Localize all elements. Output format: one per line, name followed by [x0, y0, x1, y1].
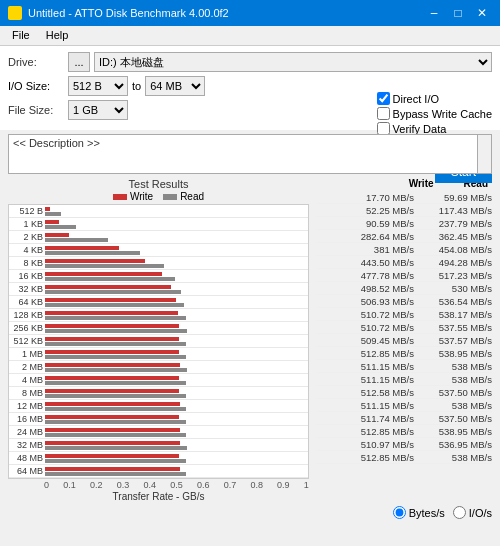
drive-select[interactable]: ID:) 本地磁盘: [94, 52, 492, 72]
x-axis-tick: 0.6: [197, 480, 210, 490]
bar-group: [45, 400, 308, 412]
bar-label: 1 MB: [9, 349, 45, 359]
write-legend-color: [113, 194, 127, 200]
result-write-value: 282.64 MB/s: [342, 231, 414, 242]
drive-row: Drive: ... ID:) 本地磁盘: [8, 52, 492, 72]
chart-area: Test Results Write Read 512 B1 KB2 KB4 K…: [8, 178, 492, 502]
write-bar: [45, 285, 171, 289]
result-read-value: 537.50 MB/s: [420, 413, 492, 424]
result-row: 511.15 MB/s538 MB/s: [317, 399, 492, 412]
menu-help[interactable]: Help: [42, 28, 73, 43]
write-bar: [45, 363, 180, 367]
direct-io-checkbox[interactable]: [377, 92, 390, 105]
result-read-value: 538 MB/s: [420, 452, 492, 463]
browse-button[interactable]: ...: [68, 52, 90, 72]
results-table: 17.70 MB/s59.69 MB/s52.25 MB/s117.43 MB/…: [317, 191, 492, 464]
result-write-value: 506.93 MB/s: [342, 296, 414, 307]
bar-row: 1 MB: [9, 348, 308, 361]
bar-label: 16 MB: [9, 414, 45, 424]
read-bar: [45, 342, 186, 346]
minimize-button[interactable]: –: [424, 4, 444, 22]
bypass-write-cache-checkbox[interactable]: [377, 107, 390, 120]
read-bar: [45, 251, 140, 255]
write-bar: [45, 415, 179, 419]
result-read-value: 454.08 MB/s: [420, 244, 492, 255]
bar-row: 12 MB: [9, 400, 308, 413]
write-bar: [45, 350, 179, 354]
result-row: 498.52 MB/s530 MB/s: [317, 282, 492, 295]
result-row: 17.70 MB/s59.69 MB/s: [317, 191, 492, 204]
write-bar: [45, 298, 176, 302]
bar-group: [45, 309, 308, 321]
result-row: 510.97 MB/s536.95 MB/s: [317, 438, 492, 451]
bar-row: 8 KB: [9, 257, 308, 270]
bar-group: [45, 283, 308, 295]
io-size-label: I/O Size:: [8, 80, 68, 92]
bar-group: [45, 465, 308, 477]
bar-label: 8 MB: [9, 388, 45, 398]
read-bar: [45, 407, 186, 411]
window-title: Untitled - ATTO Disk Benchmark 4.00.0f2: [28, 7, 229, 19]
result-write-value: 511.15 MB/s: [342, 400, 414, 411]
read-bar: [45, 264, 164, 268]
result-read-value: 538.95 MB/s: [420, 426, 492, 437]
result-write-value: 511.74 MB/s: [342, 413, 414, 424]
result-write-value: 52.25 MB/s: [342, 205, 414, 216]
desc-scrollbar[interactable]: [477, 135, 491, 173]
maximize-button[interactable]: □: [448, 4, 468, 22]
result-read-value: 538 MB/s: [420, 374, 492, 385]
bar-group: [45, 348, 308, 360]
io-from-select[interactable]: 512 B: [68, 76, 128, 96]
results-section: Write Read 17.70 MB/s59.69 MB/s52.25 MB/…: [317, 178, 492, 502]
file-size-select[interactable]: 1 GB: [68, 100, 128, 120]
bar-label: 512 KB: [9, 336, 45, 346]
io-end-select[interactable]: 64 MB: [145, 76, 205, 96]
write-bar: [45, 428, 180, 432]
x-axis-tick: 0.5: [170, 480, 183, 490]
bytes-radio-item: Bytes/s: [393, 506, 445, 519]
result-write-value: 510.72 MB/s: [342, 322, 414, 333]
file-size-label: File Size:: [8, 104, 68, 116]
write-bar: [45, 272, 162, 276]
result-row: 509.45 MB/s537.57 MB/s: [317, 334, 492, 347]
result-read-value: 536.95 MB/s: [420, 439, 492, 450]
result-write-value: 509.45 MB/s: [342, 335, 414, 346]
result-write-value: 17.70 MB/s: [342, 192, 414, 203]
bar-row: 32 KB: [9, 283, 308, 296]
bar-group: [45, 335, 308, 347]
result-row: 52.25 MB/s117.43 MB/s: [317, 204, 492, 217]
result-row: 381 MB/s454.08 MB/s: [317, 243, 492, 256]
chart-legend: Write Read: [8, 191, 309, 202]
result-read-value: 59.69 MB/s: [420, 192, 492, 203]
write-bar: [45, 402, 180, 406]
io-radio[interactable]: [453, 506, 466, 519]
bar-label: 128 KB: [9, 310, 45, 320]
verify-data-label: Verify Data: [393, 123, 447, 135]
window-controls: – □ ✕: [424, 4, 492, 22]
read-legend-item: Read: [163, 191, 204, 202]
result-row: 512.85 MB/s538.95 MB/s: [317, 347, 492, 360]
read-bar: [45, 329, 187, 333]
x-axis-tick: 0.1: [63, 480, 76, 490]
result-read-value: 537.50 MB/s: [420, 387, 492, 398]
write-bar: [45, 246, 119, 250]
read-bar: [45, 433, 186, 437]
result-row: 510.72 MB/s538.17 MB/s: [317, 308, 492, 321]
bar-group: [45, 387, 308, 399]
menu-file[interactable]: File: [8, 28, 34, 43]
result-write-value: 512.85 MB/s: [342, 426, 414, 437]
x-axis-tick: 0.9: [277, 480, 290, 490]
test-results-label: Test Results: [8, 178, 309, 190]
bar-group: [45, 452, 308, 464]
result-read-value: 537.57 MB/s: [420, 335, 492, 346]
bar-row: 256 KB: [9, 322, 308, 335]
result-read-value: 538.95 MB/s: [420, 348, 492, 359]
result-read-value: 536.54 MB/s: [420, 296, 492, 307]
result-write-value: 511.15 MB/s: [342, 374, 414, 385]
close-button[interactable]: ✕: [472, 4, 492, 22]
read-bar: [45, 277, 175, 281]
bytes-radio[interactable]: [393, 506, 406, 519]
bar-group: [45, 270, 308, 282]
read-bar: [45, 420, 186, 424]
write-bar: [45, 389, 179, 393]
